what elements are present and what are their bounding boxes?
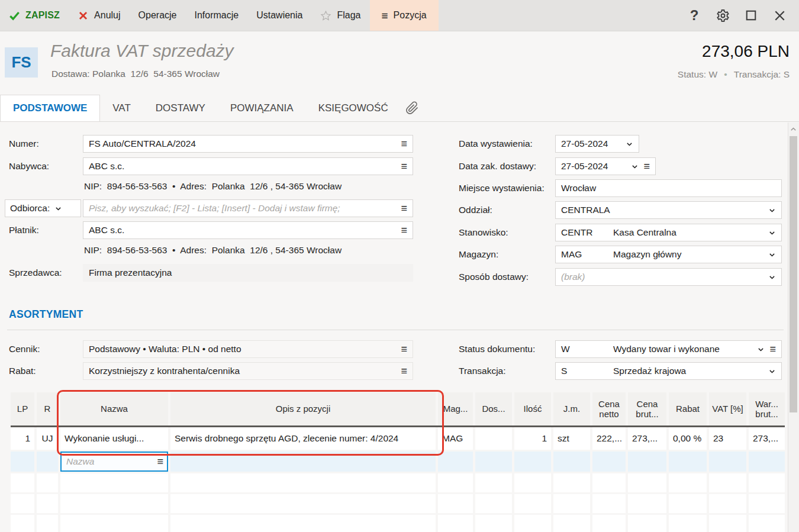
empty-cell bbox=[438, 473, 473, 492]
col-header-jm[interactable]: J.m. bbox=[553, 392, 590, 425]
tab-dostawy[interactable]: DOSTAWY bbox=[143, 95, 218, 121]
transakcja-field[interactable]: S Sprzedaż krajowa bbox=[555, 362, 782, 380]
chevron-down-icon[interactable] bbox=[757, 346, 765, 353]
menu-icon[interactable]: ≡ bbox=[401, 366, 407, 376]
chevron-down-icon[interactable] bbox=[626, 140, 633, 148]
col-header-dostawa[interactable]: Dos... bbox=[475, 392, 512, 425]
operations-menu[interactable]: Operacje bbox=[130, 0, 186, 31]
menu-icon[interactable]: ≡ bbox=[157, 456, 163, 467]
menu-icon[interactable]: ≡ bbox=[401, 203, 407, 214]
row1-vat[interactable]: 23 bbox=[709, 427, 746, 450]
col-header-ilosc[interactable]: Ilość bbox=[514, 392, 551, 425]
data-wystawienia-field[interactable]: 27-05-2024 bbox=[555, 135, 639, 153]
stanowisko-field[interactable]: CENTR Kasa Centralna bbox=[555, 224, 782, 241]
tab-powiazania[interactable]: POWIĄZANIA bbox=[218, 95, 306, 121]
row1-r[interactable]: UJ bbox=[37, 427, 58, 450]
odbiorca-field[interactable]: ≡ bbox=[83, 199, 413, 217]
col-header-nazwa[interactable]: Nazwa bbox=[60, 392, 168, 425]
col-header-wartosc-brutto[interactable]: War... brut... bbox=[749, 392, 785, 425]
odbiorca-label: Odbiorca: bbox=[10, 203, 50, 214]
chevron-down-icon[interactable] bbox=[768, 207, 776, 214]
row1-ilosc[interactable]: 1 bbox=[514, 427, 551, 450]
odbiorca-input[interactable] bbox=[89, 200, 396, 217]
paperclip-icon bbox=[405, 101, 419, 115]
new-row-cena-netto bbox=[592, 452, 626, 472]
chevron-down-icon[interactable] bbox=[768, 229, 776, 237]
gear-icon bbox=[716, 9, 730, 22]
rabat-field[interactable]: Korzystniejszy z kontrahenta/cennika ≡ bbox=[83, 362, 413, 380]
save-button[interactable]: ZAPISZ bbox=[0, 0, 69, 31]
chevron-down-icon[interactable] bbox=[768, 251, 776, 259]
scrollbar-thumb[interactable] bbox=[790, 136, 797, 412]
transaction-label: Transakcja: bbox=[734, 69, 781, 79]
chevron-down-icon[interactable] bbox=[631, 163, 639, 170]
col-header-cena-brutto[interactable]: Cena brut... bbox=[628, 392, 666, 425]
col-header-cena-netto[interactable]: Cena netto bbox=[592, 392, 626, 425]
chevron-down-icon[interactable] bbox=[768, 273, 776, 281]
data-zak-dostawy-field[interactable]: 27-05-2024 ≡ bbox=[555, 157, 656, 175]
vertical-scrollbar[interactable] bbox=[788, 122, 799, 532]
close-button[interactable] bbox=[767, 4, 792, 27]
status-dokumentu-field[interactable]: W Wydany towar i wykonane ≡ bbox=[555, 340, 782, 358]
new-row-rabat bbox=[669, 452, 707, 472]
menu-icon[interactable]: ≡ bbox=[401, 161, 407, 172]
row1-nazwa[interactable]: Wykonanie usługi... bbox=[60, 427, 168, 450]
menu-icon: ≡ bbox=[382, 10, 388, 21]
row1-magazyn[interactable]: MAG bbox=[438, 427, 473, 450]
new-item-name-input[interactable] bbox=[60, 452, 168, 472]
stanowisko-code: CENTR bbox=[561, 227, 613, 238]
row1-dostawa[interactable] bbox=[475, 427, 512, 450]
menu-icon[interactable]: ≡ bbox=[769, 344, 776, 354]
row1-cena-brutto[interactable]: 273,... bbox=[628, 427, 666, 450]
row1-opis[interactable]: Serwis drobnego sprzętu AGD, zlecenie nu… bbox=[170, 427, 436, 450]
operations-label: Operacje bbox=[138, 10, 177, 21]
tab-vat[interactable]: VAT bbox=[100, 95, 143, 121]
platnik-field[interactable]: ABC s.c. ≡ bbox=[83, 221, 413, 239]
scroll-up-button[interactable] bbox=[788, 124, 798, 134]
col-header-opis[interactable]: Opis z pozycji bbox=[170, 392, 436, 425]
row1-wartosc-brutto[interactable]: 273,... bbox=[749, 427, 785, 450]
oddzial-field[interactable]: CENTRALA bbox=[555, 201, 782, 219]
empty-cell bbox=[749, 515, 785, 532]
transaction-value: S bbox=[784, 69, 790, 79]
check-icon bbox=[9, 10, 20, 21]
maximize-button[interactable] bbox=[739, 4, 763, 27]
new-row-jm bbox=[553, 452, 590, 472]
flag-button[interactable]: Flaga bbox=[311, 0, 369, 31]
attachments-button[interactable] bbox=[401, 95, 424, 121]
menu-icon[interactable]: ≡ bbox=[643, 161, 650, 172]
status-value: W bbox=[708, 69, 717, 79]
cennik-field[interactable]: Podstawowy • Waluta: PLN • od netto ≡ bbox=[83, 340, 413, 358]
col-header-lp[interactable]: LP bbox=[11, 392, 34, 425]
help-button[interactable]: ? bbox=[682, 4, 707, 27]
nabywca-field[interactable]: ABC s.c. ≡ bbox=[83, 157, 413, 175]
tab-ksiegowosc[interactable]: KSIĘGOWOŚĆ bbox=[306, 95, 401, 121]
cancel-button[interactable]: Anuluj bbox=[69, 0, 129, 31]
tab-podstawowe[interactable]: PODSTAWOWE bbox=[0, 95, 100, 121]
col-header-r[interactable]: R bbox=[37, 392, 58, 425]
col-header-magazyn[interactable]: Mag... bbox=[438, 392, 473, 425]
nabywca-value: ABC s.c. bbox=[89, 161, 396, 172]
position-button[interactable]: ≡ Pozycja bbox=[370, 0, 439, 31]
row1-lp[interactable]: 1 bbox=[11, 427, 34, 450]
information-menu[interactable]: Informacje bbox=[186, 0, 248, 31]
settings-menu[interactable]: Ustawienia bbox=[247, 0, 311, 31]
magazyn-field[interactable]: MAG Magazyn główny bbox=[555, 246, 782, 263]
chevron-down-icon[interactable] bbox=[768, 367, 776, 375]
app-settings-button[interactable] bbox=[710, 4, 735, 27]
odbiorca-selector[interactable]: Odbiorca: bbox=[5, 199, 81, 217]
col-header-rabat[interactable]: Rabat bbox=[669, 392, 707, 425]
menu-icon[interactable]: ≡ bbox=[401, 344, 407, 354]
transakcja-value: Sprzedaż krajowa bbox=[613, 366, 763, 376]
row1-jm[interactable]: szt bbox=[553, 427, 590, 450]
menu-icon[interactable]: ≡ bbox=[401, 225, 407, 236]
maximize-icon bbox=[745, 9, 757, 21]
miejsce-wystawienia-field[interactable]: Wrocław bbox=[555, 179, 782, 197]
row1-rabat[interactable]: 0,00 % bbox=[669, 427, 707, 450]
row1-cena-netto[interactable]: 222,... bbox=[592, 427, 626, 450]
numer-field[interactable]: FS Auto/CENTRALA/2024 ≡ bbox=[83, 135, 413, 153]
new-row-nazwa-cell[interactable]: ≡ bbox=[60, 452, 168, 472]
menu-icon[interactable]: ≡ bbox=[401, 138, 407, 149]
sposob-dostawy-field[interactable]: (brak) bbox=[555, 268, 782, 286]
col-header-vat[interactable]: VAT [%] bbox=[709, 392, 746, 425]
